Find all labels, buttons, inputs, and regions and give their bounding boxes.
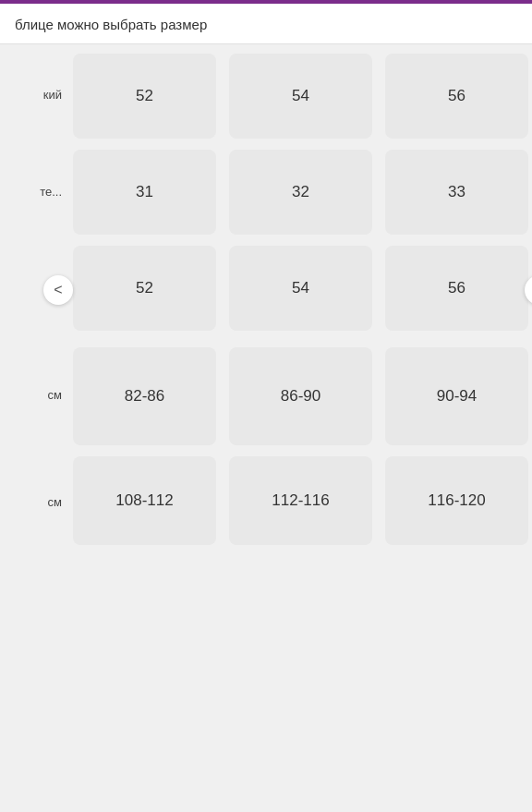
header-text: блице можно выбрать размер	[15, 17, 207, 32]
cell-32[interactable]: 32	[229, 150, 372, 235]
nav-arrow-left[interactable]: <	[43, 275, 73, 305]
label-row4: см	[0, 340, 69, 449]
cell-108-112[interactable]: 108-112	[73, 456, 216, 545]
label-row2: те...	[0, 144, 69, 238]
cell-86-90[interactable]: 86-90	[229, 347, 372, 445]
cell-82-86[interactable]: 82-86	[73, 347, 216, 445]
bottom-area	[0, 556, 532, 741]
label-row1: кий	[0, 44, 69, 144]
label-col-row5: см	[0, 451, 69, 552]
label-col-row2: те...	[0, 144, 69, 238]
grid-row-carousel: 52 54 56 >	[69, 240, 532, 340]
cell-31[interactable]: 31	[73, 150, 216, 235]
cell-90-94[interactable]: 90-94	[385, 347, 528, 445]
label-col-row4: см	[0, 340, 69, 449]
cell-33[interactable]: 33	[385, 150, 528, 235]
label-row5: см	[0, 451, 69, 552]
cell-52a[interactable]: 52	[73, 54, 216, 139]
label-col-row3: <	[0, 240, 69, 340]
cell-56a[interactable]: 56	[385, 54, 528, 139]
cell-54a[interactable]: 54	[229, 54, 372, 139]
cell-52b[interactable]: 52	[73, 246, 216, 331]
cell-112-116[interactable]: 112-116	[229, 456, 372, 545]
main-container: кий 52 54 56 те... 31 32 33	[0, 44, 532, 741]
grid-row-5: 108-112 112-116 116-120	[69, 451, 532, 556]
cell-56b[interactable]: 56	[385, 246, 528, 331]
header-section: блице можно выбрать размер	[0, 4, 532, 44]
grid-row-4: 82-86 86-90 90-94	[69, 340, 532, 451]
cell-116-120[interactable]: 116-120	[385, 456, 528, 545]
grid-row-1: 52 54 56	[69, 44, 532, 144]
grid-row-2: 31 32 33	[69, 144, 532, 240]
cell-54b[interactable]: 54	[229, 246, 372, 331]
label-col-row1: кий	[0, 44, 69, 144]
